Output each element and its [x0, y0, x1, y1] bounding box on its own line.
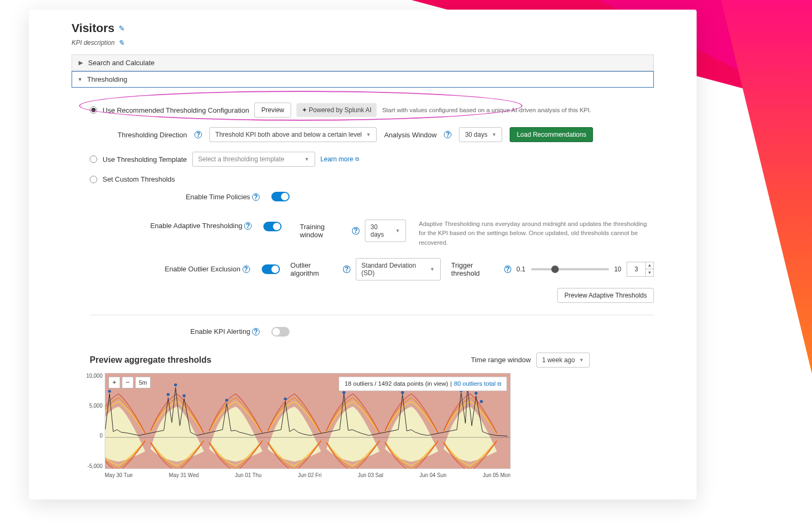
adaptive-toggle[interactable] — [263, 222, 282, 231]
external-link-icon: ⧉ — [497, 381, 501, 387]
outlier-label: Enable Outlier Exclusion — [165, 265, 240, 273]
chevron-down-icon: ▾ — [79, 76, 82, 83]
radio-custom-label: Set Custom Thresholds — [103, 175, 175, 183]
trigger-spinner[interactable]: ▲▼ — [646, 262, 654, 277]
edit-subtitle-icon[interactable]: ✎ — [118, 38, 124, 47]
preview-button[interactable]: Preview — [254, 103, 291, 118]
accordion-search-calculate[interactable]: ▶ Search and Calculate — [72, 54, 654, 71]
zoom-out-button[interactable]: − — [122, 377, 134, 388]
template-select[interactable]: Select a thresholding template ▼ — [192, 152, 315, 167]
outlier-count-text: 18 outliers / 1492 data points (in view) — [345, 380, 448, 387]
zoom-in-button[interactable]: + — [108, 377, 120, 388]
caret-icon: ▼ — [430, 267, 435, 272]
chevron-right-icon: ▶ — [79, 59, 83, 66]
alerting-label: Enable KPI Alerting — [190, 327, 250, 335]
trigger-max: 10 — [614, 266, 621, 273]
slider-knob[interactable] — [551, 266, 559, 273]
trigger-value-input[interactable]: 3 — [627, 262, 646, 277]
help-icon[interactable]: ? — [504, 266, 511, 273]
svg-point-2 — [167, 393, 170, 396]
ai-tag: ✦ Powered by Splunk AI — [296, 103, 377, 117]
help-icon[interactable]: ? — [194, 131, 202, 138]
training-window-select[interactable]: 30 days ▼ — [365, 220, 406, 242]
help-icon[interactable]: ? — [252, 328, 260, 335]
preview-adaptive-button[interactable]: Preview Adaptive Thresholds — [557, 288, 654, 303]
caret-icon: ▼ — [491, 132, 496, 137]
outlier-algo-select[interactable]: Standard Deviation (SD) ▼ — [356, 258, 441, 280]
help-icon[interactable]: ? — [252, 193, 260, 201]
time-range-select[interactable]: 1 week ago ▼ — [536, 353, 590, 368]
accordion-thresholding[interactable]: ▾ Thresholding — [72, 71, 654, 88]
svg-point-3 — [174, 383, 177, 386]
radio-template-label: Use Thresholding Template — [103, 155, 187, 163]
analysis-window-select[interactable]: 30 days ▼ — [459, 127, 502, 142]
load-recommendations-button[interactable]: Load Recommendations — [510, 127, 593, 142]
svg-point-4 — [183, 394, 186, 397]
accordion-label: Search and Calculate — [88, 59, 154, 67]
adaptive-label: Enable Adaptive Thresholding — [150, 222, 243, 230]
alerting-toggle[interactable] — [271, 327, 290, 337]
chart-container: 10,0005,0000-5,000 + − 5m 18 outliers / … — [105, 373, 654, 478]
training-window-label: Training window — [300, 223, 347, 239]
svg-point-5 — [225, 399, 229, 402]
chart-x-axis: May 30 TueMay 31 WedJun 01 ThuJun 02 Fri… — [105, 472, 511, 478]
trigger-threshold-slider[interactable] — [531, 268, 609, 270]
chart-y-axis: 10,0005,0000-5,000 — [83, 373, 103, 469]
divider — [90, 315, 654, 315]
config-card: Visitors ✎ KPI description ✎ ▶ Search an… — [29, 10, 697, 499]
threshold-chart[interactable]: + − 5m 18 outliers / 1492 data points (i… — [105, 373, 511, 469]
help-icon[interactable]: ? — [343, 266, 350, 273]
trigger-min: 0.1 — [517, 266, 526, 273]
time-range-value: 1 week ago — [542, 356, 575, 364]
radio-recommended-label: Use Recommended Thresholding Configurati… — [103, 106, 249, 114]
time-policies-toggle[interactable] — [271, 192, 290, 201]
help-icon[interactable]: ? — [444, 131, 451, 138]
help-icon[interactable]: ? — [244, 222, 252, 230]
help-icon[interactable]: ? — [352, 227, 359, 235]
zoom-interval-label: 5m — [135, 377, 151, 388]
radio-custom[interactable] — [90, 176, 97, 183]
help-icon[interactable]: ? — [243, 266, 250, 273]
edit-title-icon[interactable]: ✎ — [119, 24, 125, 33]
preview-heading: Preview aggregate thresholds — [90, 355, 212, 365]
caret-icon: ▼ — [304, 157, 309, 162]
accordion-label: Thresholding — [87, 75, 127, 83]
page-subtitle: KPI description — [72, 39, 115, 46]
analysis-window-label: Analysis Window — [384, 131, 436, 139]
sparkle-icon: ✦ — [302, 106, 307, 114]
svg-point-1 — [108, 389, 111, 393]
direction-value: Threshold KPI both above and below a cer… — [215, 131, 362, 138]
radio-recommended[interactable] — [90, 106, 97, 114]
time-range-label: Time range window — [471, 356, 530, 364]
caret-icon: ▼ — [395, 228, 400, 233]
svg-point-8 — [401, 391, 404, 394]
analysis-window-value: 30 days — [465, 131, 487, 138]
svg-point-6 — [284, 397, 287, 401]
external-link-icon: ⧉ — [355, 156, 359, 162]
svg-point-7 — [342, 391, 346, 394]
template-placeholder: Select a thresholding template — [198, 155, 284, 163]
recommended-hint: Start with values configured based on a … — [382, 107, 591, 113]
ai-tag-label: Powered by Splunk AI — [309, 106, 371, 114]
svg-point-12 — [480, 400, 483, 403]
caret-icon: ▼ — [579, 357, 584, 363]
caret-icon: ▼ — [366, 132, 371, 137]
page-title: Visitors — [72, 21, 114, 35]
spinner-down-icon[interactable]: ▼ — [646, 269, 653, 276]
radio-template[interactable] — [90, 155, 97, 163]
learn-more-link[interactable]: Learn more ⧉ — [321, 155, 359, 163]
outlier-total-link[interactable]: 80 outliers total ⧉ — [454, 380, 501, 387]
learn-more-label: Learn more — [321, 155, 353, 163]
outlier-algo-label: Outlier algorithm — [291, 261, 338, 277]
training-window-value: 30 days — [371, 223, 392, 238]
svg-point-11 — [474, 392, 478, 395]
adaptive-note: Adaptive Thresholding runs everyday arou… — [419, 220, 654, 247]
direction-label: Thresholding Direction — [118, 131, 187, 139]
time-policies-label: Enable Time Policies — [186, 193, 251, 201]
decorative-corner-right — [721, 0, 812, 374]
spinner-up-icon[interactable]: ▲ — [646, 262, 653, 269]
outlier-algo-value: Standard Deviation (SD) — [362, 262, 426, 277]
outlier-toggle[interactable] — [262, 264, 280, 274]
trigger-threshold-label: Trigger threshold — [451, 261, 499, 277]
direction-select[interactable]: Threshold KPI both above and below a cer… — [209, 127, 377, 142]
